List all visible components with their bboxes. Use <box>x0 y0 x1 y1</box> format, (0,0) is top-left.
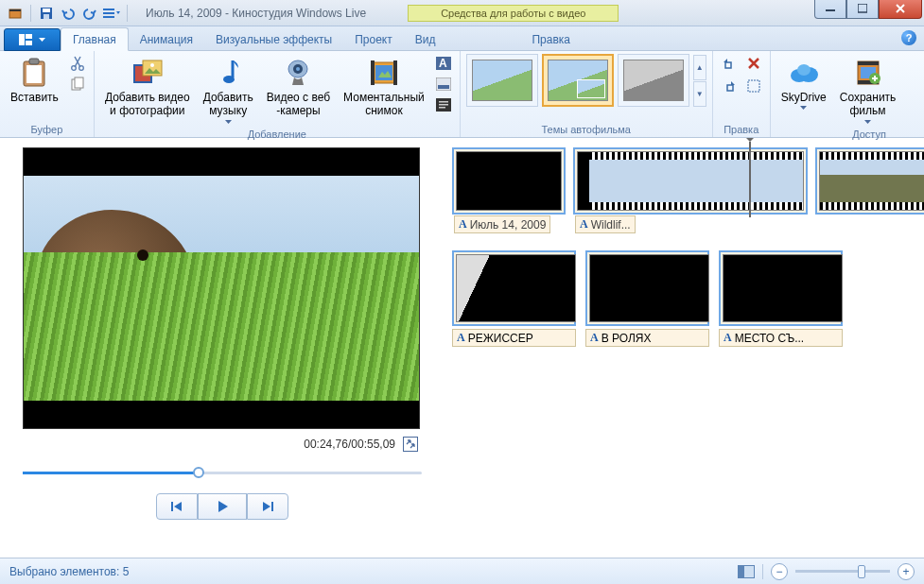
svg-point-17 <box>79 66 84 71</box>
rotate-right-icon[interactable] <box>719 77 740 95</box>
prev-frame-button[interactable] <box>156 493 198 520</box>
preview-player[interactable] <box>23 147 420 429</box>
paste-button[interactable]: Вставить <box>6 54 63 107</box>
delete-icon[interactable] <box>743 54 764 73</box>
add-video-photo-button[interactable]: Добавить видео и фотографии <box>100 54 195 121</box>
theme-option-3[interactable] <box>618 54 689 107</box>
save-icon[interactable] <box>37 4 56 23</box>
login-button[interactable]: Войти <box>916 54 924 107</box>
help-icon[interactable]: ? <box>901 30 916 45</box>
seek-progress <box>23 472 199 474</box>
play-button[interactable] <box>198 493 247 520</box>
context-tab-label: Средства для работы с видео <box>408 5 619 22</box>
group-label: Темы автофильма <box>466 122 706 137</box>
copy-icon[interactable] <box>67 75 88 94</box>
tab-project[interactable]: Проект <box>343 28 404 50</box>
svg-rect-51 <box>171 502 173 511</box>
tab-edit[interactable]: Правка <box>520 28 582 50</box>
gallery-up-icon[interactable]: ▲ <box>693 55 706 80</box>
theme-gallery: ▲ ▼ <box>466 54 706 107</box>
save-movie-button[interactable]: Сохранить фильм <box>835 54 901 127</box>
ribbon-tabs: Главная Анимация Визуальные эффекты Прое… <box>0 26 924 51</box>
undo-icon[interactable] <box>59 4 78 23</box>
select-all-icon[interactable] <box>743 77 764 95</box>
caption-icon[interactable] <box>433 75 454 94</box>
clip-title[interactable] <box>452 147 566 215</box>
view-mode-icon[interactable] <box>738 565 755 578</box>
tab-visual-effects[interactable]: Визуальные эффекты <box>204 28 343 50</box>
caption-1[interactable]: AИюль 14, 2009 <box>454 215 550 233</box>
quick-access-toolbar <box>0 4 136 23</box>
status-selected: Выбрано элементов: 5 <box>9 565 129 578</box>
redo-icon[interactable] <box>80 4 99 23</box>
label: Добавить музыку <box>203 91 253 118</box>
film-photo-icon <box>131 57 164 89</box>
svg-rect-7 <box>103 16 114 18</box>
seek-thumb[interactable] <box>193 467 204 478</box>
svg-rect-9 <box>858 4 867 12</box>
window-title: Июль 14, 2009 - Киностудия Windows Live <box>146 7 366 20</box>
svg-rect-3 <box>43 9 50 12</box>
theme-option-2-selected[interactable] <box>542 54 614 107</box>
tab-main[interactable]: Главная <box>61 27 129 51</box>
svg-rect-10 <box>19 34 25 45</box>
clip-credits-1[interactable]: AРЕЖИССЕР <box>452 250 576 347</box>
credits-icon[interactable] <box>433 95 454 114</box>
qat-customize-icon[interactable] <box>102 4 121 23</box>
clip-video-1[interactable] <box>573 147 808 215</box>
skydrive-button[interactable]: SkyDrive <box>776 54 831 112</box>
caption-2[interactable]: AWildlif... <box>575 215 636 233</box>
svg-rect-31 <box>393 60 397 85</box>
file-menu-button[interactable] <box>4 28 61 51</box>
label: Моментальный снимок <box>343 91 425 118</box>
minimize-button[interactable] <box>814 0 846 19</box>
svg-rect-29 <box>375 65 392 80</box>
gallery-scroll: ▲ ▼ <box>693 55 706 107</box>
next-frame-button[interactable] <box>247 493 288 520</box>
fullscreen-icon[interactable] <box>403 437 418 452</box>
clip-credits-3[interactable]: AМЕСТО СЪ... <box>719 250 843 347</box>
svg-rect-30 <box>371 60 375 85</box>
time-text: 00:24,76/00:55,09 <box>304 438 395 451</box>
preview-pane: 00:24,76/00:55,09 <box>0 138 435 556</box>
buffer-small-buttons <box>67 54 88 94</box>
ribbon-group-add: Добавить видео и фотографии Добавить муз… <box>95 51 461 137</box>
zoom-slider[interactable] <box>795 570 890 573</box>
add-music-button[interactable]: Добавить музыку <box>199 54 258 127</box>
close-button[interactable] <box>879 0 922 19</box>
zoom-in-icon[interactable]: + <box>898 563 915 580</box>
svg-rect-52 <box>271 502 273 511</box>
clip-video-2[interactable] <box>815 147 924 215</box>
svg-rect-11 <box>26 34 32 39</box>
group-label: Буфер <box>6 122 88 137</box>
playhead[interactable] <box>749 142 751 217</box>
svg-point-24 <box>223 76 235 83</box>
seek-bar[interactable] <box>23 463 422 482</box>
snapshot-button[interactable]: Моментальный снимок <box>339 54 429 121</box>
content-area: 00:24,76/00:55,09 AИюль 14, 2009 AWildli… <box>0 138 924 556</box>
svg-point-27 <box>296 67 300 71</box>
zoom-thumb[interactable] <box>858 565 865 578</box>
maximize-button[interactable] <box>846 0 879 19</box>
gallery-more-icon[interactable]: ▼ <box>693 81 706 107</box>
svg-rect-8 <box>826 9 835 11</box>
webcam-icon <box>285 57 311 89</box>
svg-rect-45 <box>858 61 879 65</box>
tab-animation[interactable]: Анимация <box>129 28 204 50</box>
storyboard[interactable]: AИюль 14, 2009 AWildlif... AРЕЖИССЕР AВ … <box>435 138 924 556</box>
svg-rect-1 <box>9 9 21 11</box>
tab-view[interactable]: Вид <box>404 28 447 50</box>
label: Добавить видео и фотографии <box>105 91 190 118</box>
rotate-left-icon[interactable] <box>719 54 740 73</box>
title-icon[interactable]: A <box>433 54 454 73</box>
zoom-out-icon[interactable]: − <box>771 563 788 580</box>
separator <box>762 564 763 579</box>
label: Сохранить фильм <box>840 91 897 118</box>
clip-credits-2[interactable]: AВ РОЛЯХ <box>585 250 709 347</box>
app-icon[interactable] <box>6 4 25 23</box>
svg-rect-4 <box>44 14 49 19</box>
theme-option-1[interactable] <box>466 54 538 107</box>
storyboard-row-2: AРЕЖИССЕР AВ РОЛЯХ AМЕСТО СЪ... <box>452 250 915 347</box>
webcam-button[interactable]: Видео с веб -камеры <box>262 54 335 121</box>
cut-icon[interactable] <box>67 54 88 73</box>
